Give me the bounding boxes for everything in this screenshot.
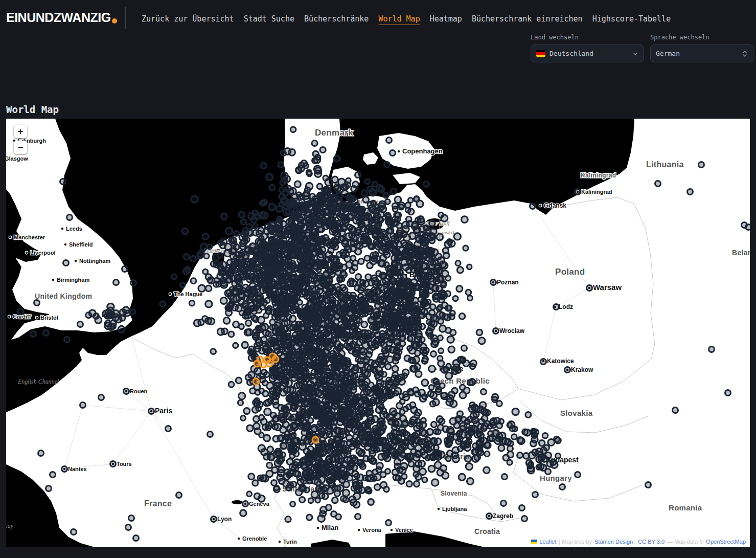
- library-marker[interactable]: [332, 497, 338, 503]
- library-marker[interactable]: [414, 364, 420, 370]
- library-marker[interactable]: [400, 341, 405, 347]
- library-marker[interactable]: [383, 193, 388, 198]
- library-marker[interactable]: [290, 234, 296, 240]
- library-marker[interactable]: [415, 320, 420, 325]
- library-marker[interactable]: [198, 285, 205, 292]
- library-marker[interactable]: [306, 331, 312, 338]
- library-marker[interactable]: [302, 465, 307, 471]
- library-marker[interactable]: [176, 493, 182, 498]
- library-marker[interactable]: [512, 434, 517, 440]
- library-marker[interactable]: [234, 231, 239, 236]
- library-marker[interactable]: [507, 460, 512, 465]
- library-marker[interactable]: [380, 279, 385, 285]
- library-marker[interactable]: [197, 251, 203, 257]
- library-marker[interactable]: [217, 328, 224, 335]
- library-marker[interactable]: [446, 372, 452, 379]
- library-marker[interactable]: [285, 431, 290, 436]
- library-marker[interactable]: [423, 283, 430, 290]
- library-marker[interactable]: [413, 343, 419, 349]
- library-marker[interactable]: [353, 310, 359, 316]
- library-marker[interactable]: [254, 493, 260, 499]
- library-marker[interactable]: [384, 413, 389, 418]
- library-marker[interactable]: [277, 363, 283, 369]
- library-marker[interactable]: [533, 492, 538, 498]
- library-marker[interactable]: [332, 486, 338, 492]
- library-marker[interactable]: [430, 351, 436, 357]
- library-marker[interactable]: [430, 392, 437, 398]
- library-marker[interactable]: [307, 171, 312, 176]
- library-marker[interactable]: [317, 237, 324, 243]
- library-marker[interactable]: [267, 462, 272, 468]
- library-marker[interactable]: [432, 285, 439, 292]
- library-marker[interactable]: [38, 451, 44, 456]
- library-marker[interactable]: [441, 392, 446, 397]
- library-marker[interactable]: [331, 431, 336, 436]
- library-marker[interactable]: [414, 481, 419, 487]
- library-marker[interactable]: [310, 390, 315, 395]
- library-marker[interactable]: [264, 372, 270, 377]
- library-marker[interactable]: [348, 463, 354, 469]
- library-marker[interactable]: [419, 324, 425, 330]
- library-marker[interactable]: [361, 322, 368, 328]
- library-marker[interactable]: [392, 469, 398, 475]
- library-marker[interactable]: [253, 224, 258, 229]
- library-marker[interactable]: [374, 386, 379, 391]
- library-marker[interactable]: [211, 261, 216, 267]
- library-marker[interactable]: [346, 178, 351, 183]
- library-marker[interactable]: [367, 390, 373, 396]
- library-marker[interactable]: [411, 435, 416, 440]
- library-marker[interactable]: [350, 304, 355, 310]
- library-marker[interactable]: [225, 305, 232, 311]
- library-marker[interactable]: [394, 353, 400, 360]
- library-marker[interactable]: [269, 391, 274, 397]
- library-marker[interactable]: [241, 238, 247, 244]
- library-marker[interactable]: [311, 491, 318, 498]
- library-marker[interactable]: [251, 352, 256, 358]
- library-marker[interactable]: [365, 487, 371, 493]
- library-marker[interactable]: [415, 274, 421, 281]
- library-marker[interactable]: [331, 364, 337, 370]
- library-marker[interactable]: [524, 430, 531, 436]
- library-marker[interactable]: [292, 303, 299, 309]
- library-marker[interactable]: [485, 451, 490, 456]
- library-marker[interactable]: [273, 304, 279, 309]
- library-marker[interactable]: [560, 484, 565, 490]
- library-marker[interactable]: [364, 444, 371, 450]
- library-marker[interactable]: [289, 316, 295, 322]
- library-marker[interactable]: [366, 306, 372, 311]
- library-marker[interactable]: [348, 380, 354, 386]
- library-marker[interactable]: [304, 322, 311, 329]
- library-marker[interactable]: [279, 187, 284, 192]
- library-marker[interactable]: [122, 266, 128, 272]
- library-marker[interactable]: [305, 359, 311, 365]
- library-marker[interactable]: [384, 162, 390, 168]
- library-marker[interactable]: [390, 347, 395, 353]
- library-marker[interactable]: [387, 356, 394, 363]
- library-marker[interactable]: [321, 261, 328, 269]
- library-marker[interactable]: [372, 216, 378, 222]
- library-marker[interactable]: [293, 470, 299, 476]
- library-marker[interactable]: [453, 433, 461, 440]
- library-marker[interactable]: [407, 336, 413, 341]
- library-marker[interactable]: [393, 207, 398, 212]
- library-marker[interactable]: [376, 398, 381, 404]
- library-marker[interactable]: [530, 204, 536, 209]
- library-marker[interactable]: [439, 418, 445, 424]
- library-marker[interactable]: [493, 328, 499, 334]
- library-marker[interactable]: [266, 174, 273, 181]
- library-marker[interactable]: [344, 373, 349, 378]
- library-marker[interactable]: [341, 496, 347, 502]
- library-marker[interactable]: [365, 422, 371, 428]
- highlighted-marker[interactable]: [312, 437, 318, 443]
- library-marker[interactable]: [481, 389, 487, 395]
- library-marker[interactable]: [365, 364, 371, 370]
- library-marker[interactable]: [575, 472, 581, 478]
- library-marker[interactable]: [468, 380, 473, 386]
- library-marker[interactable]: [396, 320, 402, 326]
- library-marker[interactable]: [447, 305, 452, 310]
- library-marker[interactable]: [316, 367, 323, 374]
- library-marker[interactable]: [253, 480, 258, 486]
- library-marker[interactable]: [60, 179, 66, 185]
- library-marker[interactable]: [62, 466, 67, 472]
- library-marker[interactable]: [346, 262, 352, 268]
